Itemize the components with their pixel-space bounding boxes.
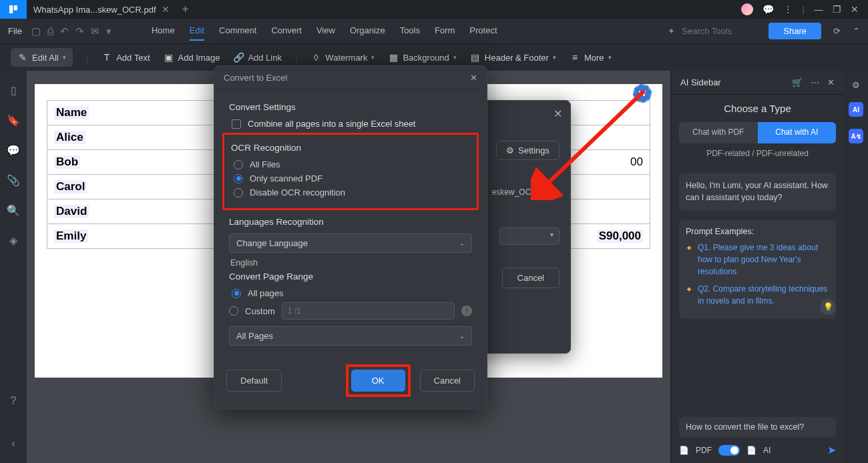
ai-greeting: Hello, I'm Lumi, your AI assistant. How … [679, 173, 836, 211]
undo-icon[interactable]: ↶ [60, 25, 69, 37]
ai-badge-icon[interactable]: AI [849, 102, 863, 117]
redo-icon[interactable]: ↷ [75, 25, 84, 37]
share-button[interactable]: Share [769, 23, 821, 39]
maximize-icon[interactable]: ❐ [833, 4, 841, 15]
ok-button[interactable]: OK [351, 370, 405, 392]
new-tab-button[interactable]: + [176, 3, 195, 17]
tab-edit[interactable]: Edit [190, 21, 204, 41]
ocr-heading: OCR Recognition [231, 143, 470, 153]
header-footer-button[interactable]: ▤Header & Footer▾ [470, 52, 556, 63]
prompt-examples: Prompt Examples: ✦Q1. Please give me 3 i… [679, 220, 836, 319]
thumbnails-icon[interactable]: ▯ [11, 84, 17, 97]
tab-form[interactable]: Form [435, 21, 455, 41]
range-all-radio[interactable]: All pages [232, 288, 472, 298]
pencil-icon: ✎ [17, 52, 28, 63]
dropdown-icon[interactable]: ▾ [106, 25, 112, 37]
example-1[interactable]: ✦Q1. Please give me 3 ideas about how to… [686, 242, 829, 278]
chat-ai-option[interactable]: Chat with AI [758, 122, 837, 143]
back-cancel-button[interactable]: Cancel [502, 268, 560, 288]
ai-more-icon[interactable]: ⋯ [811, 77, 819, 87]
close-tab-icon[interactable]: ✕ [162, 4, 170, 15]
combine-checkbox[interactable]: Combine all pages into a single Excel sh… [232, 119, 472, 129]
close-back-dialog-icon[interactable]: ✕ [554, 107, 562, 120]
print-icon[interactable]: ⎙ [47, 25, 53, 37]
tab-tools[interactable]: Tools [400, 21, 420, 41]
tab-view[interactable]: View [316, 21, 335, 41]
background-button[interactable]: ▦Background▾ [388, 52, 456, 63]
mail-icon[interactable]: ✉ [91, 25, 99, 37]
page-range-input[interactable] [282, 302, 455, 320]
more-button[interactable]: ≡More▾ [570, 52, 612, 63]
ai-sidebar: AI Sidebar 🛒 ⋯ ✕ Choose a Type Chat with… [670, 71, 844, 463]
language-select[interactable]: Change Language⌄ [229, 234, 472, 253]
ai-sidebar-title: AI Sidebar [680, 77, 721, 87]
tab-home[interactable]: Home [152, 21, 175, 41]
output-filename: eskew_OCR.xlsx [492, 187, 553, 197]
back-select[interactable] [499, 227, 560, 245]
help-icon[interactable]: ? [11, 395, 17, 407]
left-rail: ▯ 🔖 💬 📎 🔍 ◈ ? ‹ [0, 71, 27, 463]
search-tools-input[interactable] [682, 26, 762, 36]
drop-icon: ◊ [310, 52, 321, 63]
close-dialog-icon[interactable]: ✕ [470, 73, 477, 83]
collapse-left-icon[interactable]: ‹ [11, 438, 15, 450]
user-avatar[interactable] [741, 3, 753, 15]
ocr-disable-radio[interactable]: Disable OCR recognition [234, 187, 470, 197]
bookmark-icon[interactable]: 🔖 [7, 114, 20, 127]
edit-all-button[interactable]: ✎Edit All▾ [11, 48, 73, 67]
bulb-icon[interactable]: 💡 [820, 299, 836, 315]
tab-convert[interactable]: Convert [271, 21, 302, 41]
comment-icon[interactable]: 💬 [7, 144, 20, 157]
ocr-scanned-radio[interactable]: Only scanned PDF [234, 173, 470, 183]
example-2[interactable]: ✦Q2. Compare storytelling techniques in … [686, 283, 829, 307]
ok-highlight-box: OK [346, 364, 411, 397]
convert-settings-heading: Convert Settings [229, 102, 472, 112]
at-badge-icon[interactable]: A↯ [849, 129, 863, 143]
link-icon: 🔗 [233, 52, 244, 63]
cancel-button[interactable]: Cancel [420, 370, 475, 392]
watermark-button[interactable]: ◊Watermark▾ [310, 52, 375, 63]
background-icon: ▦ [388, 52, 399, 63]
range-custom-radio[interactable]: Custom [229, 306, 275, 316]
minimize-icon[interactable]: — [814, 4, 823, 15]
add-text-button[interactable]: TAdd Text [101, 52, 150, 63]
ocr-all-files-radio[interactable]: All Files [234, 159, 470, 169]
attachment-icon[interactable]: 📎 [7, 174, 20, 187]
chat-type-segment[interactable]: Chat with PDF Chat with AI [679, 122, 836, 143]
settings-sliders-icon[interactable]: ⚙ [852, 80, 860, 90]
add-image-button[interactable]: ▣Add Image [164, 52, 220, 63]
chat-icon[interactable]: 💬 [763, 4, 774, 15]
tab-protect[interactable]: Protect [469, 21, 497, 41]
word-badge-icon[interactable]: W [633, 84, 652, 103]
tab-organize[interactable]: Organize [350, 21, 385, 41]
text-icon: T [101, 52, 112, 63]
close-ai-icon[interactable]: ✕ [827, 77, 835, 87]
cart-icon[interactable]: 🛒 [792, 77, 803, 87]
warning-icon: ! [461, 306, 472, 316]
open-icon[interactable]: ▢ [31, 25, 41, 37]
default-button[interactable]: Default [226, 370, 282, 392]
chat-pdf-option[interactable]: Chat with PDF [679, 122, 758, 143]
right-rail: ⚙ AI A↯ [844, 71, 868, 463]
collapse-icon[interactable]: ⌃ [853, 26, 860, 36]
close-window-icon[interactable]: ✕ [851, 4, 859, 15]
document-tab[interactable]: WhatsApp Ima...skew_OCR.pdf ✕ [27, 0, 176, 19]
menubar: File ▢ ⎙ ↶ ↷ ✉ ▾ Home Edit Comment Conve… [0, 19, 868, 44]
dialog-title: Convert to Excel [224, 73, 287, 83]
layers-icon[interactable]: ◈ [9, 234, 17, 247]
send-icon[interactable]: ➤ [827, 444, 836, 456]
checkbox-icon [232, 119, 241, 129]
ai-input[interactable]: How to convert the file to excel? [679, 417, 836, 437]
tab-comment[interactable]: Comment [219, 21, 256, 41]
pdf-toggle[interactable] [718, 445, 740, 456]
pages-select[interactable]: All Pages⌄ [229, 326, 472, 346]
file-menu[interactable]: File [8, 26, 22, 36]
settings-button[interactable]: ⚙Settings [496, 141, 560, 160]
header-icon: ▤ [470, 52, 481, 63]
add-link-button[interactable]: 🔗Add Link [233, 52, 282, 63]
pdf-attach-icon[interactable]: 📄 [679, 446, 689, 455]
search-icon[interactable]: 🔍 [7, 204, 20, 217]
more-icon[interactable]: ⋮ [783, 4, 793, 15]
ai-attach-icon[interactable]: 📄 [746, 446, 756, 455]
sync-icon[interactable]: ⟳ [833, 26, 841, 36]
